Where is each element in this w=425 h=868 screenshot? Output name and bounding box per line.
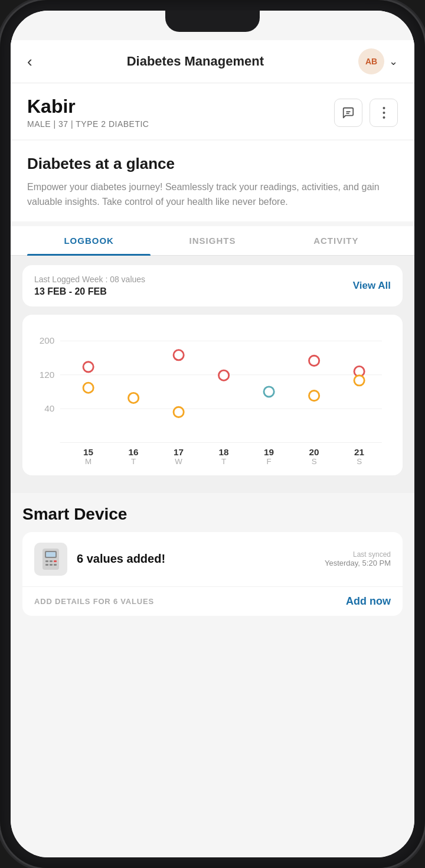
svg-rect-31 xyxy=(54,560,57,562)
patient-name: Kabir xyxy=(27,96,149,117)
svg-point-3 xyxy=(382,112,385,114)
data-point xyxy=(83,383,93,393)
device-info: 6 values added! xyxy=(77,552,315,566)
back-button[interactable]: ‹ xyxy=(27,53,32,71)
svg-text:M: M xyxy=(85,457,91,466)
svg-text:S: S xyxy=(357,457,362,466)
data-point xyxy=(219,370,229,380)
avatar[interactable]: AB xyxy=(358,48,384,74)
tab-insights[interactable]: INSIGHTS xyxy=(151,226,274,255)
svg-text:18: 18 xyxy=(219,446,230,456)
svg-text:40: 40 xyxy=(44,403,54,413)
svg-text:16: 16 xyxy=(129,446,139,456)
blood-glucose-chart: 200 120 40 15 M 16 T 17 W 18 xyxy=(32,327,393,468)
svg-text:200: 200 xyxy=(40,335,55,345)
patient-section: Kabir MALE | 37 | TYPE 2 DIABETIC xyxy=(11,83,414,139)
data-point xyxy=(309,390,319,400)
data-point xyxy=(309,355,319,366)
tab-logbook[interactable]: LOGBOOK xyxy=(27,226,151,255)
data-point xyxy=(264,387,274,397)
tab-bar: LOGBOOK INSIGHTS ACTIVITY xyxy=(11,226,414,256)
glance-title: Diabetes at a glance xyxy=(27,155,398,173)
patient-actions xyxy=(334,99,398,127)
device-card-top: 6 values added! Last synced Yesterday, 5… xyxy=(22,532,403,586)
device-card-bottom: ADD DETAILS FOR 6 VALUES Add now xyxy=(22,586,403,616)
more-icon xyxy=(382,106,385,119)
svg-text:17: 17 xyxy=(174,446,184,456)
svg-rect-34 xyxy=(54,564,57,566)
patient-meta: MALE | 37 | TYPE 2 DIABETIC xyxy=(27,119,149,129)
data-point xyxy=(174,350,184,360)
add-details-label: ADD DETAILS FOR 6 VALUES xyxy=(34,597,154,606)
svg-rect-28 xyxy=(46,552,55,557)
svg-rect-33 xyxy=(50,564,53,566)
device-icon xyxy=(34,543,67,576)
svg-text:120: 120 xyxy=(40,369,55,379)
svg-text:S: S xyxy=(312,457,317,466)
chat-icon xyxy=(342,106,355,119)
glance-section: Diabetes at a glance Empower your diabet… xyxy=(11,141,414,221)
svg-text:T: T xyxy=(131,457,136,466)
week-range: 13 FEB - 20 FEB xyxy=(34,286,145,297)
chart-card: 200 120 40 15 M 16 T 17 W 18 xyxy=(22,315,403,475)
view-all-button[interactable]: View All xyxy=(353,280,391,292)
data-point xyxy=(83,362,93,372)
svg-point-4 xyxy=(382,116,385,119)
more-options-button[interactable] xyxy=(370,99,398,127)
last-synced-label: Last synced xyxy=(325,550,391,559)
data-point xyxy=(129,393,139,403)
chart-area: 200 120 40 15 M 16 T 17 W 18 xyxy=(32,327,393,468)
device-card: 6 values added! Last synced Yesterday, 5… xyxy=(22,532,403,616)
device-sync-info: Last synced Yesterday, 5:20 PM xyxy=(325,550,391,567)
top-header: ‹ Diabetes Management AB ⌄ xyxy=(11,40,414,83)
svg-text:F: F xyxy=(267,457,272,466)
glucose-meter-icon xyxy=(40,547,61,571)
chat-button[interactable] xyxy=(334,99,362,127)
week-info: Last Logged Week : 08 values 13 FEB - 20… xyxy=(34,275,145,297)
svg-text:19: 19 xyxy=(264,446,274,456)
add-now-button[interactable]: Add now xyxy=(346,595,391,608)
chevron-down-icon[interactable]: ⌄ xyxy=(389,55,398,68)
page-title: Diabetes Management xyxy=(127,54,264,69)
data-point xyxy=(354,375,364,385)
header-right-actions: AB ⌄ xyxy=(358,48,398,74)
svg-text:21: 21 xyxy=(354,446,365,456)
smart-device-title: Smart Device xyxy=(22,505,403,524)
svg-rect-29 xyxy=(45,560,48,562)
svg-text:W: W xyxy=(175,457,182,466)
values-added-text: 6 values added! xyxy=(77,552,315,566)
last-synced-time: Yesterday, 5:20 PM xyxy=(325,559,391,567)
week-card: Last Logged Week : 08 values 13 FEB - 20… xyxy=(22,265,403,306)
patient-info: Kabir MALE | 37 | TYPE 2 DIABETIC xyxy=(27,96,149,129)
content-area: Last Logged Week : 08 values 13 FEB - 20… xyxy=(11,256,414,493)
tab-activity[interactable]: ACTIVITY xyxy=(274,226,398,255)
glance-description: Empower your diabetes journey! Seamlessl… xyxy=(27,180,398,210)
smart-device-section: Smart Device xyxy=(11,493,414,616)
week-label: Last Logged Week : 08 values xyxy=(34,275,145,284)
data-point xyxy=(174,407,184,417)
svg-rect-32 xyxy=(45,564,48,566)
svg-text:15: 15 xyxy=(83,446,94,456)
svg-text:20: 20 xyxy=(309,446,319,456)
svg-text:T: T xyxy=(221,457,226,466)
svg-rect-30 xyxy=(50,560,53,562)
svg-point-2 xyxy=(382,107,385,109)
